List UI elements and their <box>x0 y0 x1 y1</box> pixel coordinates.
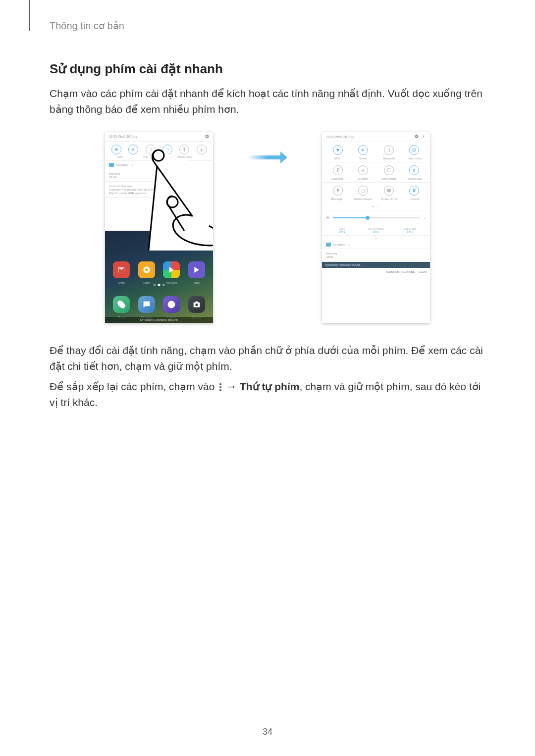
auto-rotate-icon <box>162 145 172 154</box>
status-time-date: 18:01 Wed, 26 July <box>109 135 137 138</box>
calendar-app-header: Calendar ⌄ <box>322 241 430 249</box>
mobile-data-icon <box>409 165 419 175</box>
location-icon <box>409 186 419 196</box>
settings-gear-icon <box>414 134 419 139</box>
figure-quick-panel-expand: 18:01 Wed, 26 July Calls Text Mobile dat… <box>50 132 485 323</box>
paragraph-2: Để thay đổi cài đặt tính năng, chạm vào … <box>50 343 485 374</box>
emergency-label: SKTelecom | Emergency calls only <box>105 317 213 323</box>
notification-actions: BLOCK NOTIFICATIONS CLEAR <box>322 268 430 276</box>
svg-point-5 <box>424 136 425 137</box>
dock-messages-icon <box>138 296 155 313</box>
section-title: Sử dụng phím cài đặt nhanh <box>50 61 485 77</box>
app-gallery-icon <box>138 261 155 278</box>
more-options-icon <box>422 134 426 139</box>
drag-handle-icon: ═ <box>322 236 430 241</box>
flashlight-icon <box>179 145 189 154</box>
dock-internet-icon <box>163 296 180 313</box>
figure-expanded-panel: 18:01 Wed, 26 July Wi-Fi <box>322 132 430 323</box>
more-options-inline-icon <box>217 382 223 392</box>
block-notifications: BLOCK NOTIFICATIONS <box>181 200 210 202</box>
paragraph-1: Chạm vào các phím cài đặt nhanh để kích … <box>50 86 485 117</box>
mobile-hotspot-icon <box>358 186 368 196</box>
bluetooth-icon <box>146 145 156 154</box>
sim-selector-row: CallsSIM 1 Text messagesSIM 1 Mobile dat… <box>322 225 430 236</box>
panel-pager-dots: ● ○ <box>322 202 430 210</box>
quick-settings-labels: Calls Text Mobile data <box>105 155 213 161</box>
settings-gear-icon <box>205 134 209 139</box>
calendar-app-header: Calendar ⌄ <box>105 161 213 169</box>
figure-collapsed-panel: 18:01 Wed, 26 July Calls Text Mobile dat… <box>105 132 213 323</box>
chevron-down-icon: ⌄ <box>348 243 351 247</box>
app-email-icon <box>113 261 130 278</box>
bluetooth-icon <box>384 145 394 155</box>
home-dock <box>105 296 213 313</box>
wifi-icon <box>111 145 121 154</box>
calendar-app-icon <box>109 163 114 167</box>
auto-rotate-icon <box>409 145 419 155</box>
wifi-icon <box>333 145 343 155</box>
svg-point-6 <box>424 137 425 138</box>
notification-meeting: Meeting 18:02 <box>322 249 430 262</box>
svg-point-4 <box>424 135 425 136</box>
sound-icon <box>128 145 138 154</box>
sound-icon <box>358 145 368 155</box>
page-number: 34 <box>0 727 535 737</box>
brightness-slider: ⌄ <box>322 210 430 225</box>
quick-settings-row <box>105 142 213 155</box>
status-time-date: 18:01 Wed, 26 July <box>326 135 354 139</box>
breadcrumb: Thông tin cơ bản <box>50 20 485 32</box>
svg-point-7 <box>327 217 329 218</box>
chevron-down-icon: ⌄ <box>423 216 426 220</box>
dock-camera-icon <box>188 296 205 313</box>
chevron-down-icon: ⌄ <box>131 163 134 167</box>
transition-arrow-icon <box>248 151 287 163</box>
blue-light-filter-icon <box>333 186 343 196</box>
brightness-icon <box>326 215 330 220</box>
airplane-icon <box>358 165 368 175</box>
home-pager-dots <box>154 284 165 286</box>
performance-mode-icon <box>384 165 394 175</box>
usb-notification-strip: Transferring media files via USB <box>322 262 430 268</box>
app-video-icon <box>188 261 205 278</box>
section-indicator-line <box>29 0 30 31</box>
calendar-app-icon <box>326 243 331 247</box>
flashlight-icon <box>333 165 343 175</box>
home-app-row <box>105 261 213 278</box>
paragraph-3: Để sắp xếp lại các phím, chạm vào → Thứ … <box>50 379 485 410</box>
airplane-icon <box>197 145 207 154</box>
dock-phone-icon <box>113 296 130 313</box>
swipe-down-indicator <box>146 169 175 239</box>
app-play-store-icon <box>163 261 180 278</box>
screen-mirror-icon <box>384 186 394 196</box>
